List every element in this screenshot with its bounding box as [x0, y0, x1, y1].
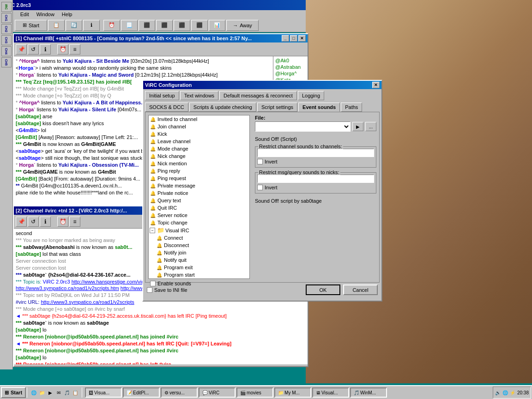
- event-program-exit[interactable]: 🔔 Program exit: [155, 264, 249, 271]
- chat1-clock-btn[interactable]: ⏰: [57, 44, 68, 54]
- event-invited[interactable]: 🔔 Invited to channel: [149, 115, 249, 123]
- chat2-refresh-btn[interactable]: ↺: [28, 217, 39, 227]
- event-kick[interactable]: 🔔 Kick: [149, 130, 249, 138]
- taskbar-icon-media[interactable]: ▶: [47, 389, 54, 396]
- chat2-clock-btn[interactable]: ⏰: [57, 217, 68, 227]
- event-icon: 🔔: [150, 219, 156, 226]
- tab-script-settings[interactable]: Script settings: [257, 103, 297, 112]
- event-server-notice[interactable]: 🔔 Server notice: [149, 212, 249, 219]
- tool-btn-3[interactable]: ℹ: [83, 20, 100, 31]
- browse-btn[interactable]: ...: [365, 122, 376, 131]
- tool-btn-10[interactable]: ⬛: [191, 20, 208, 31]
- tool-btn-2[interactable]: 🔄: [66, 20, 82, 31]
- tool-btn-5[interactable]: ⏰: [103, 20, 120, 31]
- tool-btn-4[interactable]: [101, 20, 103, 31]
- event-icon: 🔔: [156, 272, 163, 278]
- tab-logging[interactable]: Logging: [298, 91, 324, 100]
- ok-btn[interactable]: OK: [306, 284, 340, 295]
- event-leave[interactable]: 🔔 Leave channel: [149, 138, 249, 145]
- chat1-minimize[interactable]: _: [282, 35, 289, 42]
- sidebar-icon-5[interactable]: CH4: [1, 46, 12, 56]
- taskbar-btn-virc[interactable]: 💬 ViRC: [199, 387, 236, 398]
- chat2-pin-btn[interactable]: 📌: [16, 217, 27, 227]
- event-query-text[interactable]: 🔔 Query text: [149, 197, 249, 204]
- chat2-list-btn[interactable]: ≡: [69, 217, 80, 227]
- event-join[interactable]: 🔔 Join channel: [149, 123, 249, 130]
- taskbar-btn-movies[interactable]: 🎬 movies: [236, 387, 273, 398]
- event-private-msg[interactable]: 🔔 Private message: [149, 182, 249, 189]
- sidebar-icon-3[interactable]: CH2: [1, 24, 12, 34]
- event-disconnect[interactable]: 🔔 Disconnect: [155, 242, 249, 249]
- save-ini-checkbox[interactable]: [147, 287, 152, 293]
- taskbar-btn-visual2[interactable]: 🖥 Visual...: [312, 387, 349, 398]
- event-nick-mention[interactable]: 🔔 Nick mention: [149, 160, 249, 167]
- menu-window[interactable]: Window: [34, 11, 57, 18]
- tool-btn-9[interactable]: ⬛: [174, 20, 190, 31]
- event-nick-change[interactable]: 🔔 Nick change: [149, 152, 249, 160]
- taskbar-icon-music[interactable]: 🎵: [63, 389, 71, 396]
- event-program-start[interactable]: 🔔 Program start: [155, 271, 249, 278]
- event-icon: 🔔: [150, 131, 156, 137]
- sidebar-icon-1[interactable]: IRC: [1, 2, 12, 12]
- tab-paths[interactable]: Paths: [341, 103, 362, 112]
- menu-edit[interactable]: Edit: [18, 11, 32, 18]
- event-notify-quit[interactable]: 🔔 Notify quit: [155, 256, 249, 264]
- taskbar-btn-versu[interactable]: ⚙ versu...: [161, 387, 198, 398]
- play-btn[interactable]: ▶: [352, 122, 363, 131]
- taskbar-btn-mym[interactable]: 📁 My M...: [274, 387, 311, 398]
- menu-help[interactable]: Help: [59, 11, 75, 18]
- taskbar-start-btn[interactable]: ⊞ Start: [1, 387, 26, 398]
- tool-btn-7[interactable]: ⬛: [139, 20, 155, 31]
- sidebar-icon-2[interactable]: CH1: [1, 13, 12, 23]
- invert-msg-checkbox[interactable]: [257, 185, 263, 190]
- chat1-info-btn[interactable]: ℹ: [40, 44, 51, 54]
- start-btn[interactable]: ⊞ Start: [15, 20, 47, 31]
- event-list[interactable]: 🔔 Invited to channel 🔔 Join channel 🔔 Ki…: [148, 115, 250, 279]
- event-private-notice[interactable]: 🔔 Private notice: [149, 189, 249, 197]
- file-select[interactable]: [255, 121, 351, 132]
- taskbar-btn-editpl[interactable]: 📝 EditPl...: [123, 387, 160, 398]
- event-mode[interactable]: 🔔 Mode change: [149, 145, 249, 152]
- tab-socks-dcc[interactable]: SOCKS & DCC: [145, 103, 188, 112]
- event-ping-request[interactable]: 🔔 Ping request: [149, 175, 249, 182]
- sidebar-icon-4[interactable]: CH3: [1, 35, 12, 45]
- tool-btn-11[interactable]: 📊: [209, 20, 225, 31]
- tab-event-sounds[interactable]: Event sounds: [298, 103, 340, 112]
- taskbar-icon-ie[interactable]: 🌐: [30, 389, 37, 396]
- chat1-pin-btn[interactable]: 📌: [16, 44, 27, 54]
- event-connect[interactable]: 🔔 Connect: [155, 234, 249, 242]
- event-notify-join[interactable]: 🔔 Notify join: [155, 249, 249, 256]
- chat2-info-btn[interactable]: ℹ: [40, 217, 51, 227]
- channel-sounds-input[interactable]: [257, 149, 374, 157]
- chat1-list-btn[interactable]: ≡: [69, 44, 80, 54]
- cancel-btn[interactable]: Cancel: [343, 284, 378, 295]
- tab-scripts-update[interactable]: Scripts & update checking: [189, 103, 256, 112]
- event-ping-reply[interactable]: 🔔 Ping reply: [149, 167, 249, 175]
- save-ini-row: Save to INI file: [147, 287, 187, 293]
- tool-btn-1[interactable]: 📋: [48, 20, 65, 31]
- event-visual-irc[interactable]: − 📁 Visual IRC: [149, 226, 249, 234]
- taskbar-icon-mail[interactable]: ✉: [55, 389, 62, 396]
- tab-default-messages[interactable]: Default messages & reconnect: [219, 91, 297, 100]
- sidebar-icon-6[interactable]: CH5: [1, 57, 12, 67]
- tab-initial-setup[interactable]: Initial setup: [145, 91, 179, 100]
- config-close-btn[interactable]: ✕: [372, 82, 380, 88]
- invert-channel-checkbox[interactable]: [257, 159, 263, 164]
- tool-btn-6[interactable]: 📃: [121, 20, 138, 31]
- event-topic[interactable]: 🔔 Topic change: [149, 219, 249, 226]
- taskbar-icon-app[interactable]: 📋: [72, 389, 79, 396]
- chat1-maximize[interactable]: □: [290, 35, 297, 42]
- tab-text-windows[interactable]: Text windows: [180, 91, 218, 100]
- sidebar: IRC CH1 CH2 CH3 CH4 CH5: [0, 0, 13, 369]
- enable-sounds-checkbox[interactable]: [150, 281, 156, 286]
- taskbar-btn-visua[interactable]: 🖼 Visua...: [85, 387, 122, 398]
- event-quit[interactable]: 🔔 Quit IRC: [149, 204, 249, 212]
- taskbar-icon-folder[interactable]: 📁: [38, 389, 46, 396]
- msg-sounds-input[interactable]: [257, 175, 374, 183]
- tree-expand-icon[interactable]: −: [150, 228, 155, 233]
- tool-btn-8[interactable]: ⬛: [156, 20, 173, 31]
- taskbar-btn-winm[interactable]: 🎵 WinM...: [350, 387, 387, 398]
- away-btn[interactable]: → Away: [226, 20, 259, 31]
- chat1-refresh-btn[interactable]: ↺: [28, 44, 39, 54]
- chat1-close[interactable]: ✕: [298, 35, 306, 42]
